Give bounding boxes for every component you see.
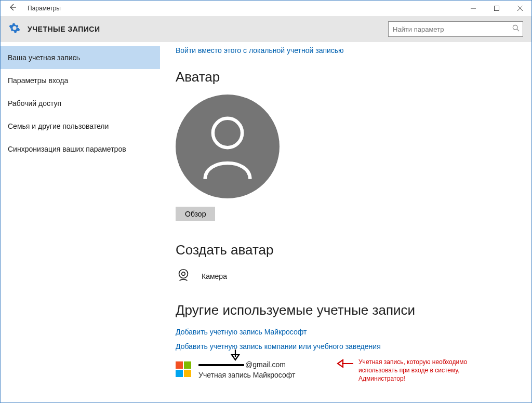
arrow-left-icon xyxy=(8,3,17,11)
minimize-icon xyxy=(471,6,476,11)
add-microsoft-account-link[interactable]: Добавить учетную запись Майкрософт xyxy=(176,328,516,336)
back-button[interactable] xyxy=(1,3,24,14)
sidebar-item-your-account[interactable]: Ваша учетная запись xyxy=(1,46,160,69)
camera-label: Камера xyxy=(202,272,227,280)
camera-option[interactable]: Камера xyxy=(176,267,516,285)
sidebar-item-label: Рабочий доступ xyxy=(8,99,61,108)
page-header: УЧЕТНЫЕ ЗАПИСИ xyxy=(1,16,531,42)
avatar-heading: Аватар xyxy=(176,69,516,85)
sidebar-item-label: Семья и другие пользователи xyxy=(8,122,109,130)
window-title: Параметры xyxy=(24,5,461,12)
sidebar-item-signin-options[interactable]: Параметры входа xyxy=(1,69,160,92)
main-panel: Войти вместо этого с локальной учетной з… xyxy=(160,42,531,402)
email-suffix: @gmail.com xyxy=(245,360,286,370)
account-text: @gmail.com Учетная запись Майкрософт xyxy=(198,360,295,380)
annotation-text: Учетная запись, которую необходимо испол… xyxy=(358,358,478,383)
annotation: Учетная запись, которую необходимо испол… xyxy=(337,358,478,383)
account-entry[interactable]: @gmail.com Учетная запись Майкрософт Уче… xyxy=(176,360,516,380)
svg-point-3 xyxy=(179,270,188,278)
minimize-button[interactable] xyxy=(461,1,485,16)
window-controls xyxy=(461,1,531,16)
account-email: @gmail.com xyxy=(198,360,295,370)
gear-icon xyxy=(9,22,20,36)
sidebar-item-label: Синхронизация ваших параметров xyxy=(8,145,126,153)
search-box[interactable] xyxy=(388,21,523,37)
svg-rect-0 xyxy=(494,6,499,11)
other-accounts-heading: Другие используемые учетные записи xyxy=(176,302,516,318)
arrow-down-annotation-icon xyxy=(230,348,241,362)
svg-point-4 xyxy=(182,272,185,276)
content-body: Ваша учетная запись Параметры входа Рабо… xyxy=(1,42,531,402)
sidebar-item-work-access[interactable]: Рабочий доступ xyxy=(1,92,160,115)
search-icon xyxy=(512,24,520,34)
sidebar-item-family[interactable]: Семья и другие пользователи xyxy=(1,115,160,138)
titlebar: Параметры xyxy=(1,1,531,16)
person-icon xyxy=(199,113,256,180)
camera-icon xyxy=(176,267,191,285)
redacted-email-prefix xyxy=(198,364,244,366)
svg-point-2 xyxy=(213,118,242,147)
sidebar-item-label: Параметры входа xyxy=(8,76,68,85)
microsoft-logo-icon xyxy=(176,361,191,377)
maximize-icon xyxy=(494,6,499,11)
avatar-placeholder xyxy=(176,95,280,198)
svg-point-1 xyxy=(513,25,517,30)
close-icon xyxy=(517,6,523,11)
settings-window: Параметры УЧЕТНЫЕ ЗАПИСИ Ваша учетная за… xyxy=(0,0,532,403)
arrow-left-annotation-icon xyxy=(337,358,354,369)
account-type-label: Учетная запись Майкрософт xyxy=(198,370,295,381)
sign-in-local-link[interactable]: Войти вместо этого с локальной учетной з… xyxy=(176,46,516,55)
search-input[interactable] xyxy=(389,22,523,36)
sidebar: Ваша учетная запись Параметры входа Рабо… xyxy=(1,42,160,402)
page-title: УЧЕТНЫЕ ЗАПИСИ xyxy=(28,25,381,33)
create-avatar-heading: Создать аватар xyxy=(176,242,516,258)
add-work-account-link[interactable]: Добавить учетную запись компании или уче… xyxy=(176,342,516,351)
browse-button[interactable]: Обзор xyxy=(176,207,215,221)
sidebar-item-label: Ваша учетная запись xyxy=(8,53,80,62)
close-button[interactable] xyxy=(508,1,531,16)
sidebar-item-sync[interactable]: Синхронизация ваших параметров xyxy=(1,138,160,160)
maximize-button[interactable] xyxy=(485,1,508,16)
